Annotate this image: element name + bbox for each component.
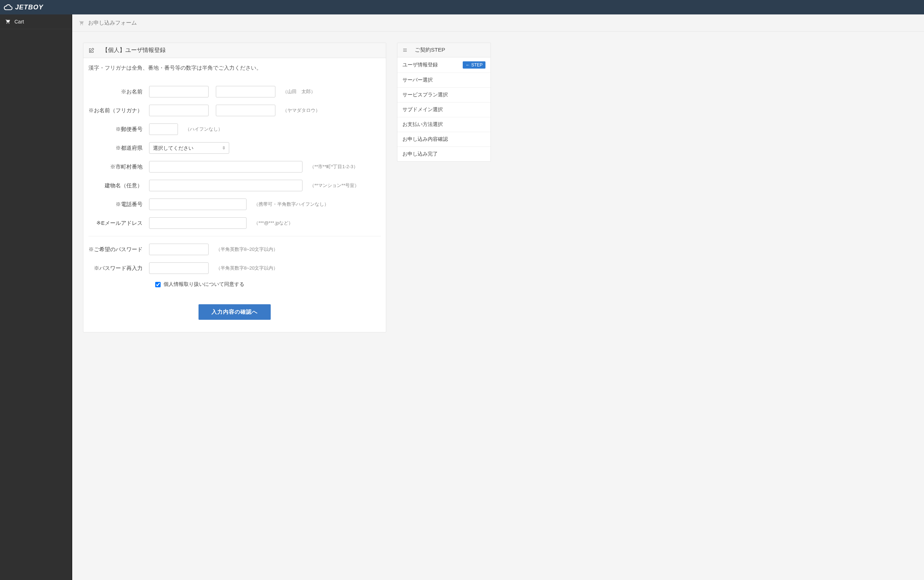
row-pw2: ※パスワード再入力 （半角英数字8~20文字以内） <box>89 262 381 274</box>
step-item-5[interactable]: お申し込み内容確認 <box>397 132 491 147</box>
row-zip: ※郵便番号 （ハイフンなし） <box>89 124 381 135</box>
topbar: JETBOY <box>0 0 924 15</box>
label-kana: ※お名前（フリガナ） <box>89 107 149 114</box>
row-tel: ※電話番号 （携帯可・半角数字ハイフンなし） <box>89 198 381 210</box>
row-name: ※お名前 （山田 太郎） <box>89 86 381 97</box>
password-confirm-field[interactable] <box>149 262 209 274</box>
name-sei-field[interactable] <box>149 86 209 97</box>
form-panel: 【個人】ユーザ情報登録 漢字・フリガナは全角、番地・番号等の数字は半角でご入力く… <box>83 43 386 333</box>
hint-name: （山田 太郎） <box>283 89 315 95</box>
step-label: お申し込み内容確認 <box>402 136 448 143</box>
city-field[interactable] <box>149 161 303 173</box>
step-label: お支払い方法選択 <box>402 121 443 128</box>
list-icon <box>402 48 407 52</box>
form-panel-header: 【個人】ユーザ情報登録 <box>83 43 386 58</box>
step-label: サブドメイン選択 <box>402 107 443 113</box>
pref-select[interactable]: 選択してください <box>149 142 229 154</box>
kana-sei-field[interactable] <box>149 105 209 116</box>
label-city: ※市町村番地 <box>89 163 149 170</box>
label-email: ※Eメールアドレス <box>89 220 149 227</box>
form-panel-title: 【個人】ユーザ情報登録 <box>102 46 166 54</box>
email-field[interactable] <box>149 217 247 229</box>
step-item-2[interactable]: サービスプラン選択 <box>397 88 491 102</box>
sidebar-item-label: Cart <box>15 19 24 25</box>
step-label: サービスプラン選択 <box>402 92 448 98</box>
label-pw2: ※パスワード再入力 <box>89 265 149 272</box>
hint-tel: （携帯可・半角数字ハイフンなし） <box>254 201 329 208</box>
hint-email: （***@***.jpなど） <box>254 220 293 226</box>
breadcrumb: お申し込みフォーム <box>72 15 924 32</box>
hint-city: （**市**町*丁目1-2-3） <box>310 163 358 170</box>
step-item-3[interactable]: サブドメイン選択 <box>397 102 491 117</box>
submit-button[interactable]: 入力内容の確認へ <box>199 304 271 320</box>
svg-rect-2 <box>403 51 407 52</box>
hint-pw2: （半角英数字8~20文字以内） <box>216 265 278 272</box>
cloud-icon <box>3 4 13 10</box>
svg-rect-0 <box>403 49 407 49</box>
bldg-field[interactable] <box>149 180 303 191</box>
consent-row: 個人情報取り扱いについて同意する <box>155 281 381 288</box>
breadcrumb-title: お申し込みフォーム <box>88 20 137 26</box>
hint-bldg: （**マンション**号室） <box>310 182 359 189</box>
row-pw: ※ご希望のパスワード （半角英数字8~20文字以内） <box>89 244 381 255</box>
name-mei-field[interactable] <box>216 86 275 97</box>
edit-icon <box>89 48 94 53</box>
row-city: ※市町村番地 （**市**町*丁目1-2-3） <box>89 161 381 173</box>
hint-kana: （ヤマダタロウ） <box>283 107 320 114</box>
main: お申し込みフォーム 【個人】ユーザ情報登録 漢字・フリガナは全角、番地・番号等の… <box>72 15 924 580</box>
step-item-1[interactable]: サーバー選択 <box>397 73 491 88</box>
logo[interactable]: JETBOY <box>3 3 43 11</box>
kana-mei-field[interactable] <box>216 105 275 116</box>
tel-field[interactable] <box>149 198 247 210</box>
row-pref: ※都道府県 選択してください ⇳ <box>89 142 381 154</box>
row-email: ※Eメールアドレス （***@***.jpなど） <box>89 217 381 229</box>
cart-icon <box>79 21 84 26</box>
step-item-6[interactable]: お申し込み完了 <box>397 147 491 161</box>
divider <box>89 236 381 236</box>
label-tel: ※電話番号 <box>89 201 149 208</box>
step-label: ユーザ情報登録 <box>402 62 438 68</box>
row-bldg: 建物名（任意） （**マンション**号室） <box>89 180 381 191</box>
label-name: ※お名前 <box>89 89 149 95</box>
form-instruction: 漢字・フリガナは全角、番地・番号等の数字は半角でご入力ください。 <box>83 58 386 75</box>
cart-icon <box>5 19 11 24</box>
step-current-badge: ← STEP <box>463 61 486 69</box>
label-pref: ※都道府県 <box>89 145 149 152</box>
label-pw: ※ご希望のパスワード <box>89 246 149 253</box>
hint-pw: （半角英数字8~20文字以内） <box>216 246 278 253</box>
row-kana: ※お名前（フリガナ） （ヤマダタロウ） <box>89 105 381 116</box>
steps-title: ご契約STEP <box>415 46 445 53</box>
label-zip: ※郵便番号 <box>89 126 149 133</box>
label-bldg: 建物名（任意） <box>89 182 149 189</box>
steps-panel: ご契約STEP ユーザ情報登録 ← STEP サーバー選択 サービスプラン選択 … <box>397 43 491 162</box>
step-label: サーバー選択 <box>402 77 433 83</box>
sidebar: Cart <box>0 15 72 580</box>
password-field[interactable] <box>149 244 209 255</box>
steps-header: ご契約STEP <box>397 43 491 58</box>
logo-text: JETBOY <box>15 3 43 11</box>
step-label: お申し込み完了 <box>402 151 438 157</box>
zip-field[interactable] <box>149 124 178 135</box>
svg-rect-1 <box>403 50 407 50</box>
step-item-0[interactable]: ユーザ情報登録 ← STEP <box>397 58 491 73</box>
step-item-4[interactable]: お支払い方法選択 <box>397 117 491 132</box>
steps-list: ユーザ情報登録 ← STEP サーバー選択 サービスプラン選択 サブドメイン選択… <box>397 58 491 161</box>
consent-checkbox[interactable] <box>155 282 161 287</box>
sidebar-item-cart[interactable]: Cart <box>0 15 72 29</box>
hint-zip: （ハイフンなし） <box>185 126 223 132</box>
consent-label: 個人情報取り扱いについて同意する <box>163 281 244 288</box>
